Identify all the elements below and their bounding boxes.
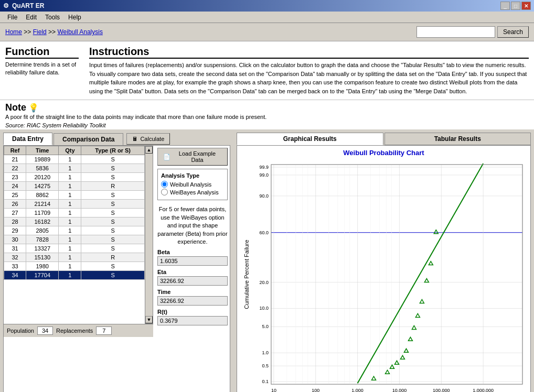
data-table: Ref Time Qty Type (R or S) 21 19889 1 S bbox=[4, 146, 145, 280]
menu-edit[interactable]: Edit bbox=[22, 13, 41, 22]
table-row[interactable]: 26 21214 1 S bbox=[4, 200, 145, 209]
svg-text:1,000: 1,000 bbox=[351, 388, 363, 392]
replacements-label: Replacements bbox=[56, 328, 93, 334]
beta-input[interactable] bbox=[157, 256, 228, 266]
breadcrumb-home[interactable]: Home bbox=[5, 28, 22, 36]
radio-weibayes[interactable] bbox=[161, 189, 168, 195]
data-col: Ref Time Qty Type (R or S) 21 19889 1 S bbox=[4, 146, 153, 392]
search-input[interactable] bbox=[416, 26, 495, 38]
maximize-button[interactable]: □ bbox=[511, 2, 520, 10]
svg-text:10,000: 10,000 bbox=[392, 388, 407, 392]
cell-time: 14275 bbox=[26, 182, 59, 191]
note-section: Note 💡 A poor fit of the straight line t… bbox=[0, 100, 534, 129]
left-lower: Ref Time Qty Type (R or S) 21 19889 1 S bbox=[4, 146, 230, 392]
cell-ref: 34 bbox=[4, 271, 26, 280]
scroll-up[interactable]: ▲ bbox=[145, 146, 153, 154]
tab-comparison-data[interactable]: Comparison Data bbox=[54, 133, 123, 145]
cell-type: S bbox=[81, 173, 145, 182]
info-text: For 5 or fewer data points, use the WeiB… bbox=[157, 205, 228, 246]
instructions-text: Input times of failures (replacements) a… bbox=[89, 61, 529, 95]
tab-tabular-results[interactable]: Tabular Results bbox=[385, 133, 531, 145]
cell-type: S bbox=[81, 271, 145, 280]
tab-graphical-results[interactable]: Graphical Results bbox=[237, 133, 383, 145]
cell-qty: 1 bbox=[59, 217, 81, 226]
cell-type: S bbox=[81, 262, 145, 271]
radio-weibull[interactable] bbox=[161, 181, 168, 188]
svg-text:5.0: 5.0 bbox=[262, 324, 268, 330]
load-icon: 📄 bbox=[163, 154, 170, 160]
cell-type: S bbox=[81, 226, 145, 235]
svg-text:99.0: 99.0 bbox=[259, 172, 268, 178]
table-row[interactable]: 33 1980 1 S bbox=[4, 262, 145, 271]
eta-row: Eta bbox=[157, 269, 228, 286]
cell-qty: 1 bbox=[59, 271, 81, 280]
col-type: Type (R or S) bbox=[81, 146, 145, 155]
table-row[interactable]: 25 8862 1 S bbox=[4, 191, 145, 200]
svg-text:1,000,000: 1,000,000 bbox=[473, 388, 494, 392]
svg-text:10.0: 10.0 bbox=[259, 306, 268, 311]
breadcrumb-field[interactable]: Field bbox=[33, 28, 47, 36]
instructions-box: Instructions Input times of failures (re… bbox=[89, 46, 529, 95]
radio-weibayes-label: WeiBayes Analysis bbox=[170, 189, 219, 195]
table-row[interactable]: 23 20120 1 S bbox=[4, 173, 145, 182]
lower-section: Data Entry Comparison Data 🖩 Calculate bbox=[0, 129, 534, 392]
table-row[interactable]: 29 2805 1 S bbox=[4, 226, 145, 235]
cell-type: S bbox=[81, 235, 145, 244]
time-input[interactable] bbox=[157, 296, 228, 306]
cell-ref: 27 bbox=[4, 209, 26, 217]
table-row[interactable]: 31 13327 1 S bbox=[4, 244, 145, 253]
graph-tabs: Graphical Results Tabular Results bbox=[237, 133, 531, 145]
cell-ref: 30 bbox=[4, 235, 26, 244]
load-label: Load Example Data bbox=[173, 150, 222, 163]
table-row[interactable]: 27 11709 1 S bbox=[4, 209, 145, 217]
menu-file[interactable]: File bbox=[3, 13, 22, 22]
eta-input[interactable] bbox=[157, 276, 228, 286]
chart-area: Cumulative Percent Failure Age at Failur… bbox=[242, 159, 525, 392]
minimize-button[interactable]: _ bbox=[500, 2, 510, 10]
cell-qty: 1 bbox=[59, 191, 81, 200]
cell-ref: 24 bbox=[4, 182, 26, 191]
population-value: 34 bbox=[37, 326, 53, 335]
note-source: Source: RIAC System Reliability Toolkit bbox=[5, 122, 266, 128]
col-ref: Ref bbox=[4, 146, 26, 155]
table-row[interactable]: 22 5836 1 S bbox=[4, 164, 145, 173]
table-row[interactable]: 21 19889 1 S bbox=[4, 155, 145, 164]
cell-qty: 1 bbox=[59, 200, 81, 209]
svg-rect-0 bbox=[271, 165, 522, 384]
load-example-button[interactable]: 📄 Load Example Data bbox=[157, 148, 228, 166]
beta-label: Beta bbox=[157, 249, 228, 255]
cell-time: 17704 bbox=[26, 271, 59, 280]
cell-time: 20120 bbox=[26, 173, 59, 182]
tab-data-entry[interactable]: Data Entry bbox=[3, 133, 52, 145]
table-row[interactable]: 28 16182 1 S bbox=[4, 217, 145, 226]
scrollbar[interactable]: ▲ ▼ bbox=[145, 146, 153, 324]
cell-ref: 22 bbox=[4, 164, 26, 173]
close-button[interactable]: ✕ bbox=[521, 2, 531, 10]
calc-label: Calculate bbox=[140, 136, 164, 142]
svg-text:100: 100 bbox=[312, 388, 319, 392]
cell-ref: 29 bbox=[4, 226, 26, 235]
table-scroll: Ref Time Qty Type (R or S) 21 19889 1 S bbox=[4, 146, 153, 324]
table-inner[interactable]: Ref Time Qty Type (R or S) 21 19889 1 S bbox=[4, 146, 145, 324]
menu-help[interactable]: Help bbox=[64, 13, 86, 22]
chart-svg: Cumulative Percent Failure Age at Failur… bbox=[242, 159, 525, 392]
search-button[interactable]: Search bbox=[497, 26, 529, 38]
rt-row: R(t) bbox=[157, 309, 228, 325]
table-row[interactable]: 32 15130 1 R bbox=[4, 253, 145, 262]
table-row[interactable]: 24 14275 1 R bbox=[4, 182, 145, 191]
table-row[interactable]: 30 7828 1 S bbox=[4, 235, 145, 244]
cell-type: S bbox=[81, 200, 145, 209]
table-row[interactable]: 34 17704 1 S bbox=[4, 271, 145, 280]
rt-input[interactable] bbox=[157, 316, 228, 325]
svg-text:60.0: 60.0 bbox=[259, 230, 268, 235]
cell-time: 7828 bbox=[26, 235, 59, 244]
svg-text:0.5: 0.5 bbox=[262, 364, 268, 369]
cell-ref: 32 bbox=[4, 253, 26, 262]
tab-content-data-entry: Ref Time Qty Type (R or S) 21 19889 1 S bbox=[3, 145, 230, 392]
breadcrumb-current[interactable]: Weibull Analysis bbox=[57, 28, 102, 36]
svg-text:99.9: 99.9 bbox=[259, 165, 268, 170]
scroll-down[interactable]: ▼ bbox=[145, 316, 153, 323]
graph-content: Weibull Probability Chart Cumulative Per… bbox=[237, 145, 531, 392]
calculate-button[interactable]: 🖩 Calculate bbox=[126, 133, 170, 145]
menu-tools[interactable]: Tools bbox=[41, 13, 64, 22]
